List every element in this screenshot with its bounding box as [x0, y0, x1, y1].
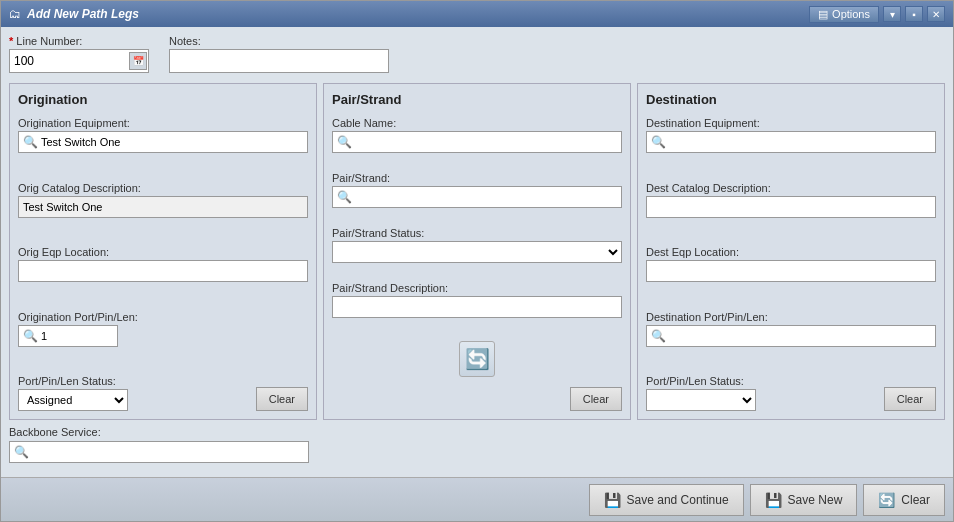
pair-status-label: Pair/Strand Status:: [332, 227, 622, 239]
dest-port-label: Destination Port/Pin/Len:: [646, 311, 936, 323]
title-bar-right: ▤ Options ▾ ▪ ✕: [809, 6, 945, 23]
search-icon-cable: 🔍: [337, 135, 352, 149]
dest-status-label: Port/Pin/Len Status:: [646, 375, 878, 387]
notes-input[interactable]: [169, 49, 389, 73]
line-number-label: * Line Number:: [9, 35, 149, 47]
dest-location-group: Dest Eqp Location:: [646, 246, 936, 305]
minimize-button[interactable]: ▾: [883, 6, 901, 22]
pair-clear-button[interactable]: Clear: [570, 387, 622, 411]
pair-label: Pair/Strand:: [332, 172, 622, 184]
backbone-label: Backbone Service:: [9, 426, 945, 438]
cable-name-group: Cable Name: 🔍: [332, 117, 622, 166]
destination-panel: Destination Destination Equipment: 🔍 Des…: [637, 83, 945, 420]
line-number-group: * Line Number: 📅: [9, 35, 149, 73]
dest-port-input[interactable]: [669, 330, 931, 342]
main-window: 🗂 Add New Path Legs ▤ Options ▾ ▪ ✕ * Li…: [0, 0, 954, 522]
dest-equip-input[interactable]: [669, 136, 931, 148]
search-icon-pair: 🔍: [337, 190, 352, 204]
pair-input[interactable]: [355, 191, 617, 203]
pair-status-select[interactable]: Assigned Available: [332, 241, 622, 263]
notes-group: Notes:: [169, 35, 389, 73]
dest-location-input[interactable]: [646, 260, 936, 282]
orig-equip-label: Origination Equipment:: [18, 117, 308, 129]
pair-desc-label: Pair/Strand Description:: [332, 282, 622, 294]
save-continue-icon: 💾: [604, 492, 621, 508]
orig-port-input[interactable]: [41, 330, 179, 342]
save-continue-button[interactable]: 💾 Save and Continue: [589, 484, 744, 516]
save-new-button[interactable]: 💾 Save New: [750, 484, 858, 516]
dest-equip-field[interactable]: 🔍: [646, 131, 936, 153]
orig-catalog-label: Orig Catalog Description:: [18, 182, 308, 194]
backbone-input[interactable]: [32, 446, 304, 458]
save-new-label: Save New: [788, 493, 843, 507]
orig-location-label: Orig Eqp Location:: [18, 246, 308, 258]
orig-status-label: Port/Pin/Len Status:: [18, 375, 250, 387]
dest-status-group: Port/Pin/Len Status: Assigned Available: [646, 375, 878, 411]
window-icon: 🗂: [9, 7, 21, 21]
dest-clear-button[interactable]: Clear: [884, 387, 936, 411]
pair-desc-input[interactable]: [332, 296, 622, 318]
orig-location-input[interactable]: [18, 260, 308, 282]
save-new-icon: 💾: [765, 492, 782, 508]
notes-label: Notes:: [169, 35, 389, 47]
orig-port-label: Origination Port/Pin/Len:: [18, 311, 308, 323]
orig-catalog-group: Orig Catalog Description: Test Switch On…: [18, 182, 308, 241]
search-icon-backbone: 🔍: [14, 445, 29, 459]
restore-button[interactable]: ▪: [905, 6, 923, 22]
orig-equip-group: Origination Equipment: 🔍: [18, 117, 308, 176]
dest-status-row: Port/Pin/Len Status: Assigned Available …: [646, 375, 936, 411]
dest-location-label: Dest Eqp Location:: [646, 246, 936, 258]
orig-port-group: Origination Port/Pin/Len: 🔍: [18, 311, 308, 370]
refresh-button[interactable]: 🔄: [459, 341, 495, 377]
options-button[interactable]: ▤ Options: [809, 6, 879, 23]
dest-equip-group: Destination Equipment: 🔍: [646, 117, 936, 176]
title-bar: 🗂 Add New Path Legs ▤ Options ▾ ▪ ✕: [1, 1, 953, 27]
pair-clear-row: Clear: [332, 387, 622, 411]
dest-catalog-label: Dest Catalog Description:: [646, 182, 936, 194]
destination-title: Destination: [646, 92, 936, 107]
clear-bottom-button[interactable]: 🔄 Clear: [863, 484, 945, 516]
pair-strand-title: Pair/Strand: [332, 92, 622, 107]
origination-panel: Origination Origination Equipment: 🔍 Ori…: [9, 83, 317, 420]
pair-strand-panel: Pair/Strand Cable Name: 🔍 Pair/Strand: 🔍: [323, 83, 631, 420]
options-icon: ▤: [818, 8, 828, 21]
dest-catalog-input[interactable]: [646, 196, 936, 218]
orig-catalog-value: Test Switch One: [18, 196, 308, 218]
line-number-input[interactable]: [14, 54, 119, 68]
pair-desc-group: Pair/Strand Description:: [332, 282, 622, 331]
cable-name-label: Cable Name:: [332, 117, 622, 129]
orig-port-field[interactable]: 🔍: [18, 325, 118, 347]
dest-catalog-group: Dest Catalog Description:: [646, 182, 936, 241]
save-continue-label: Save and Continue: [627, 493, 729, 507]
bottom-bar: 💾 Save and Continue 💾 Save New 🔄 Clear: [1, 477, 953, 521]
options-label: Options: [832, 8, 870, 20]
orig-status-group: Port/Pin/Len Status: Assigned Available …: [18, 375, 250, 411]
main-panels: Origination Origination Equipment: 🔍 Ori…: [9, 83, 945, 420]
orig-equip-input[interactable]: [41, 136, 303, 148]
orig-status-row: Port/Pin/Len Status: Assigned Available …: [18, 375, 308, 411]
search-icon-orig-equip: 🔍: [23, 135, 38, 149]
backbone-field[interactable]: 🔍: [9, 441, 309, 463]
window-title: Add New Path Legs: [27, 7, 139, 21]
close-button[interactable]: ✕: [927, 6, 945, 22]
dest-port-field[interactable]: 🔍: [646, 325, 936, 347]
line-number-field[interactable]: 📅: [9, 49, 149, 73]
calendar-button[interactable]: 📅: [129, 52, 147, 70]
pair-field[interactable]: 🔍: [332, 186, 622, 208]
orig-equip-field[interactable]: 🔍: [18, 131, 308, 153]
dest-port-group: Destination Port/Pin/Len: 🔍: [646, 311, 936, 370]
clear-label: Clear: [901, 493, 930, 507]
clear-icon: 🔄: [878, 492, 895, 508]
orig-status-select[interactable]: Assigned Available In Use: [18, 389, 128, 411]
orig-clear-button[interactable]: Clear: [256, 387, 308, 411]
search-icon-dest-port: 🔍: [651, 329, 666, 343]
pair-group: Pair/Strand: 🔍: [332, 172, 622, 221]
required-star: *: [9, 35, 13, 47]
cable-name-input[interactable]: [355, 136, 617, 148]
cable-name-field[interactable]: 🔍: [332, 131, 622, 153]
search-icon-dest-equip: 🔍: [651, 135, 666, 149]
top-section: * Line Number: 📅 Notes:: [9, 35, 945, 73]
content-area: * Line Number: 📅 Notes: Origination Orig…: [1, 27, 953, 477]
refresh-area: 🔄: [332, 337, 622, 381]
dest-status-select[interactable]: Assigned Available: [646, 389, 756, 411]
